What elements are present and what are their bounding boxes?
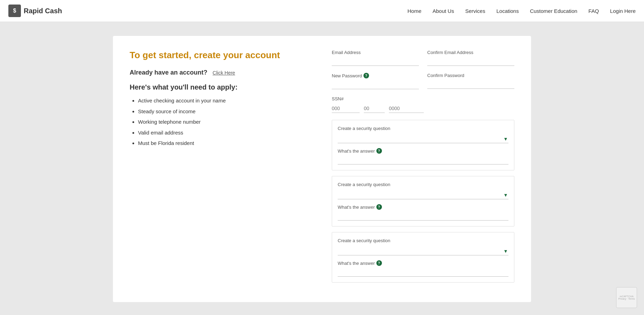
security-question-label-2: Create a security question (338, 182, 508, 187)
security-select-wrapper-1: What is your mother's maiden name? What … (338, 135, 508, 143)
answer-label-2: What's the answer ? (338, 204, 508, 210)
confirm-email-label: Confirm Email Address (427, 50, 514, 55)
have-account-section: Already have an account? Click Here (130, 69, 311, 76)
answer-help-icon-2[interactable]: ? (376, 204, 382, 210)
main-nav: Home About Us Services Locations Custome… (407, 8, 636, 14)
recaptcha: reCAPTCHAPrivacy · Terms (616, 287, 637, 308)
security-block-3: Create a security question What is your … (332, 232, 514, 283)
ssn-part1-input[interactable] (332, 104, 360, 113)
right-panel: Email Address Confirm Email Address New … (332, 50, 514, 288)
email-row: Email Address Confirm Email Address (332, 50, 514, 66)
confirm-email-group: Confirm Email Address (427, 50, 514, 66)
ssn-label: SSN# (332, 96, 514, 101)
requirement-5: Must be Florida resident (138, 139, 311, 147)
security-block-2: Create a security question What is your … (332, 176, 514, 226)
security-question-select-1[interactable]: What is your mother's maiden name? What … (338, 135, 508, 143)
new-password-group: New Password ? (332, 73, 419, 89)
security-question-label-3: Create a security question (338, 238, 508, 243)
answer-group-3: What's the answer ? (338, 260, 508, 277)
nav-login[interactable]: Login Here (610, 8, 636, 14)
confirm-password-label: Confirm Password (427, 73, 514, 78)
nav-customer-education[interactable]: Customer Education (530, 8, 577, 14)
new-password-input[interactable] (332, 80, 419, 89)
security-question-select-3[interactable]: What is your mother's maiden name? What … (338, 247, 508, 255)
new-password-help-icon[interactable]: ? (363, 73, 369, 78)
requirement-1: Active checking account in your name (138, 97, 311, 105)
answer-input-3[interactable] (338, 268, 508, 277)
security-question-select-2[interactable]: What is your mother's maiden name? What … (338, 191, 508, 199)
ssn-part2-input[interactable] (364, 104, 385, 113)
new-password-label: New Password ? (332, 73, 419, 78)
confirm-email-input[interactable] (427, 57, 514, 66)
confirm-password-group: Confirm Password (427, 73, 514, 89)
answer-label-1: What's the answer ? (338, 148, 508, 154)
requirement-4: Valid email address (138, 129, 311, 137)
nav-home[interactable]: Home (407, 8, 421, 14)
registration-card: To get started, create your account Alre… (113, 36, 531, 302)
answer-group-1: What's the answer ? (338, 148, 508, 164)
logo-icon: $ (8, 5, 21, 17)
requirements-list: Active checking account in your name Ste… (130, 97, 311, 147)
logo-text: Rapid Cash (24, 7, 62, 15)
security-select-wrapper-2: What is your mother's maiden name? What … (338, 191, 508, 199)
ssn-section: SSN# (332, 96, 514, 113)
answer-group-2: What's the answer ? (338, 204, 508, 221)
nav-about-us[interactable]: About Us (432, 8, 454, 14)
ssn-part3-input[interactable] (389, 104, 424, 113)
page-title: To get started, create your account (130, 50, 311, 61)
click-here-link[interactable]: Click Here (213, 70, 235, 76)
nav-services[interactable]: Services (465, 8, 485, 14)
confirm-password-input[interactable] (427, 80, 514, 89)
answer-input-1[interactable] (338, 156, 508, 164)
logo-area: $ Rapid Cash (8, 5, 62, 17)
requirement-2: Steady source of income (138, 108, 311, 116)
answer-help-icon-3[interactable]: ? (376, 260, 382, 266)
security-select-wrapper-3: What is your mother's maiden name? What … (338, 247, 508, 255)
need-label: Here's what you'll need to apply: (130, 83, 311, 91)
header: $ Rapid Cash Home About Us Services Loca… (0, 0, 644, 22)
nav-locations[interactable]: Locations (496, 8, 519, 14)
have-account-label: Already have an account? (130, 69, 207, 76)
left-panel: To get started, create your account Alre… (130, 50, 311, 288)
answer-label-3: What's the answer ? (338, 260, 508, 266)
ssn-inputs (332, 104, 514, 113)
main-content: To get started, create your account Alre… (0, 22, 644, 315)
email-group: Email Address (332, 50, 419, 66)
nav-faq[interactable]: FAQ (589, 8, 599, 14)
answer-help-icon-1[interactable]: ? (376, 148, 382, 154)
security-block-1: Create a security question What is your … (332, 120, 514, 170)
answer-input-2[interactable] (338, 212, 508, 221)
email-label: Email Address (332, 50, 419, 55)
requirement-3: Working telephone number (138, 118, 311, 126)
password-row: New Password ? Confirm Password (332, 73, 514, 89)
security-question-label-1: Create a security question (338, 126, 508, 131)
email-input[interactable] (332, 57, 419, 66)
